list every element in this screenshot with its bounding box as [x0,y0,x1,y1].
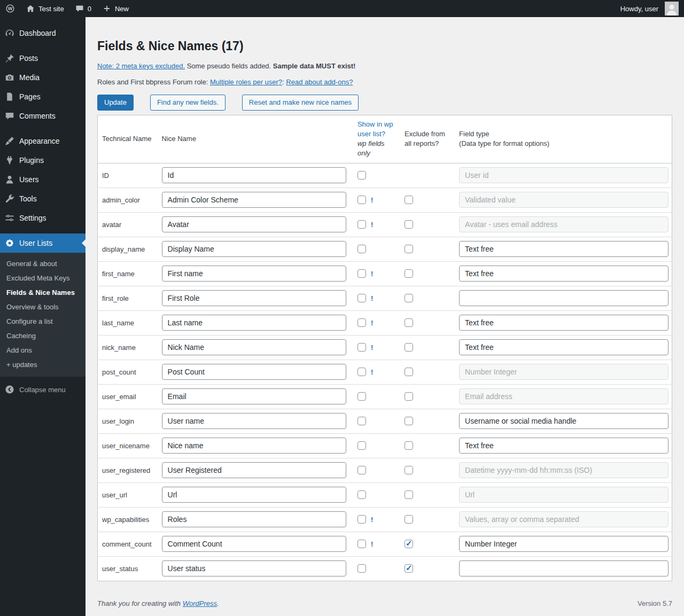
wordpress-link[interactable]: WordPress [183,599,217,607]
sidebar-item-tools[interactable]: Tools [0,189,86,208]
nice-name-input[interactable] [162,487,346,503]
field-type-select[interactable]: Email address [459,388,669,404]
alert-link[interactable]: ! [371,294,373,302]
exclude-checkbox[interactable] [405,515,413,524]
exclude-checkbox[interactable] [405,269,413,278]
show-in-list-checkbox[interactable] [357,343,366,352]
show-in-list-checkbox[interactable] [357,515,366,524]
submenu-item-general-about[interactable]: General & about [0,256,86,271]
nice-name-input[interactable] [162,388,346,404]
field-type-select[interactable]: Username or social media handle [459,413,669,429]
exclude-checkbox[interactable] [405,294,413,302]
submenu-item-configure-a-list[interactable]: Configure a list [0,314,86,329]
exclude-checkbox[interactable] [405,417,413,425]
exclude-checkbox[interactable] [405,441,413,450]
exclude-checkbox[interactable] [405,392,413,401]
multiple-roles-link[interactable]: Multiple roles per user? [210,78,282,86]
show-in-list-checkbox[interactable] [357,318,366,327]
update-button[interactable]: Update [97,95,134,111]
nice-name-input[interactable] [162,438,346,454]
field-type-select[interactable]: Validated value [459,192,669,208]
nice-name-input[interactable] [162,413,346,429]
show-in-list-checkbox[interactable] [357,540,366,548]
show-in-wp-user-list-link[interactable]: Show in wp user list? [357,120,393,138]
alert-link[interactable]: ! [371,540,373,548]
sidebar-item-pages[interactable]: Pages [0,87,86,106]
show-in-list-checkbox[interactable] [357,196,366,204]
nice-name-input[interactable] [162,560,346,576]
field-type-select[interactable]: Text free [459,339,669,355]
alert-link[interactable]: ! [371,516,373,524]
sidebar-item-comments[interactable]: Comments [0,106,86,126]
nice-name-input[interactable] [162,339,346,355]
field-type-select[interactable]: Avatar - uses email address [459,216,669,232]
show-in-list-checkbox[interactable] [357,220,366,229]
sidebar-item-plugins[interactable]: Plugins [0,151,86,170]
field-type-select[interactable]: Number Integer [459,536,669,552]
show-in-list-checkbox[interactable] [357,417,366,425]
field-type-select[interactable]: Datetime yyyy-mm-dd hh:mm:ss (ISO) [459,462,669,478]
field-type-select[interactable]: Text free [459,241,669,257]
comments-button[interactable]: 0 [69,0,97,17]
nice-name-input[interactable] [162,290,346,306]
show-in-list-checkbox[interactable] [357,392,366,401]
sidebar-item-user-lists[interactable]: User Lists [0,233,86,253]
excluded-meta-keys-link[interactable]: Note: 2 meta keys excluded. [97,62,185,70]
exclude-checkbox[interactable] [405,196,413,204]
alert-link[interactable]: ! [371,319,373,327]
alert-link[interactable]: ! [371,196,373,204]
nice-name-input[interactable] [162,167,346,183]
field-type-select[interactable] [459,560,669,576]
nice-name-input[interactable] [162,216,346,232]
sidebar-item-media[interactable]: Media [0,68,86,87]
exclude-checkbox[interactable] [405,343,413,352]
sidebar-item-posts[interactable]: Posts [0,49,86,68]
submenu-item-overview-tools[interactable]: Overview & tools [0,300,86,314]
nice-name-input[interactable] [162,536,346,552]
show-in-list-checkbox[interactable] [357,245,366,253]
nice-name-input[interactable] [162,241,346,257]
exclude-checkbox[interactable] [405,466,413,474]
show-in-list-checkbox[interactable] [357,490,366,499]
field-type-select[interactable]: Text free [459,438,669,454]
exclude-checkbox[interactable] [405,564,413,573]
show-in-list-checkbox[interactable] [357,564,366,573]
site-name-button[interactable]: Test site [20,0,69,17]
field-type-select[interactable]: Values, array or comma separated [459,511,669,527]
nice-name-input[interactable] [162,266,346,282]
exclude-checkbox[interactable] [405,368,413,376]
alert-link[interactable]: ! [371,221,373,229]
sidebar-item-dashboard[interactable]: Dashboard [0,24,86,43]
nice-name-input[interactable] [162,364,346,380]
wp-logo-button[interactable]: W [0,0,20,17]
exclude-checkbox[interactable] [405,220,413,229]
find-new-fields-button[interactable]: Find any new fields. [150,95,226,111]
exclude-checkbox[interactable] [405,490,413,499]
nice-name-input[interactable] [162,511,346,527]
nice-name-input[interactable] [162,192,346,208]
nice-name-input[interactable] [162,315,346,331]
show-in-list-checkbox[interactable] [357,441,366,450]
sidebar-item-users[interactable]: Users [0,170,86,189]
sidebar-item-appearance[interactable]: Appearance [0,131,86,151]
exclude-checkbox[interactable] [405,318,413,327]
alert-link[interactable]: ! [371,270,373,278]
howdy-account-menu[interactable]: Howdy, user [615,0,684,17]
nice-name-input[interactable] [162,462,346,478]
field-type-select[interactable]: Text free [459,266,669,282]
alert-link[interactable]: ! [371,368,373,376]
show-in-list-checkbox[interactable] [357,171,366,180]
sidebar-item-settings[interactable]: Settings [0,208,86,228]
new-content-button[interactable]: New [97,0,134,17]
exclude-checkbox[interactable] [405,540,413,548]
field-type-select[interactable]: Text free [459,315,669,331]
field-type-select[interactable]: Url [459,487,669,503]
submenu-item-add-ons[interactable]: Add ons [0,343,86,357]
show-in-list-checkbox[interactable] [357,368,366,376]
field-type-select[interactable] [459,290,669,306]
submenu-item-fields-nice-names[interactable]: Fields & Nice Names [0,285,86,300]
alert-link[interactable]: ! [371,344,373,352]
show-in-list-checkbox[interactable] [357,269,366,278]
submenu-item-excluded-meta-keys[interactable]: Excluded Meta Keys [0,271,86,285]
field-type-select[interactable]: User id [459,167,669,183]
